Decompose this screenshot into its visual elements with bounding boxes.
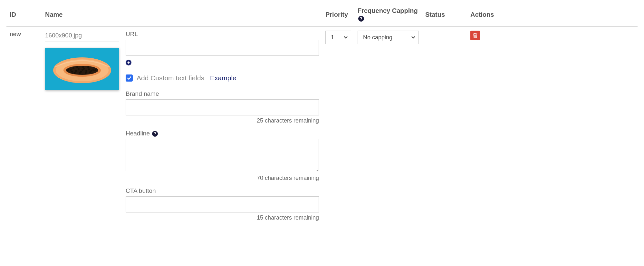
col-header-actions: Actions: [467, 3, 638, 27]
cell-status: [422, 27, 467, 231]
frequency-select[interactable]: No capping: [358, 31, 419, 44]
svg-point-14: [92, 69, 94, 71]
cta-counter: 15 characters remaining: [126, 214, 319, 221]
cell-id: new: [6, 27, 42, 231]
url-input[interactable]: [126, 40, 319, 56]
brand-label: Brand name: [126, 90, 319, 97]
svg-point-22: [82, 69, 83, 71]
svg-point-21: [79, 72, 81, 74]
url-field-block: URL +: [126, 31, 319, 66]
creative-thumbnail[interactable]: [45, 48, 119, 90]
priority-select[interactable]: 1: [325, 31, 351, 44]
svg-point-24: [67, 69, 69, 71]
svg-point-5: [70, 69, 72, 71]
trash-icon: [473, 33, 478, 38]
cta-field-block: CTA button 15 characters remaining: [126, 187, 319, 221]
brand-counter: 25 characters remaining: [126, 117, 319, 124]
svg-point-19: [87, 66, 89, 68]
frequency-label: Frequency Capping: [358, 7, 418, 14]
delete-button[interactable]: [470, 31, 480, 40]
custom-fields-checkbox[interactable]: [126, 74, 133, 82]
svg-point-20: [71, 71, 73, 73]
svg-point-23: [89, 71, 91, 73]
col-header-status: Status: [422, 3, 467, 27]
svg-point-18: [85, 72, 87, 74]
col-header-priority: Priority: [322, 3, 354, 27]
creatives-table: ID Name Priority Frequency Capping ? Sta…: [6, 3, 638, 231]
svg-point-13: [91, 70, 92, 72]
headline-label: Headline ?: [126, 130, 319, 137]
cell-priority: 1: [322, 27, 354, 231]
svg-point-16: [76, 66, 78, 68]
svg-point-6: [72, 67, 74, 69]
svg-point-8: [78, 68, 80, 70]
example-link[interactable]: Example: [210, 74, 236, 82]
col-header-name: Name: [42, 3, 122, 27]
custom-fields-toggle-row: Add Custom text fields Example: [126, 74, 319, 82]
cta-input[interactable]: [126, 196, 319, 212]
cta-label: CTA button: [126, 187, 319, 194]
headline-counter: 70 characters remaining: [126, 175, 319, 182]
plus-icon[interactable]: +: [126, 60, 131, 65]
cell-frequency: No capping: [354, 27, 422, 231]
help-icon[interactable]: ?: [358, 16, 364, 22]
headline-textarea[interactable]: [126, 139, 319, 171]
cell-name: [42, 27, 122, 231]
svg-point-15: [74, 72, 76, 74]
svg-point-7: [75, 70, 77, 72]
custom-fields-label: Add Custom text fields: [137, 74, 204, 82]
table-header: ID Name Priority Frequency Capping ? Sta…: [6, 3, 638, 27]
cell-actions: [467, 27, 638, 231]
svg-point-17: [82, 66, 84, 68]
svg-point-11: [85, 70, 87, 72]
col-header-frequency: Frequency Capping ?: [354, 3, 422, 27]
help-icon[interactable]: ?: [152, 131, 158, 137]
svg-point-25: [94, 69, 96, 71]
table-row: new: [6, 27, 638, 231]
svg-point-12: [88, 68, 90, 70]
cell-form: URL + Add Custom text fields Example Bra…: [122, 27, 322, 231]
url-label: URL: [126, 31, 319, 38]
brand-input[interactable]: [126, 99, 319, 115]
headline-field-block: Headline ? 70 characters remaining: [126, 130, 319, 182]
headline-label-text: Headline: [126, 130, 150, 137]
name-input[interactable]: [45, 31, 119, 42]
col-header-id: ID: [6, 3, 42, 27]
brand-field-block: Brand name 25 characters remaining: [126, 90, 319, 124]
col-header-form: [122, 3, 322, 27]
